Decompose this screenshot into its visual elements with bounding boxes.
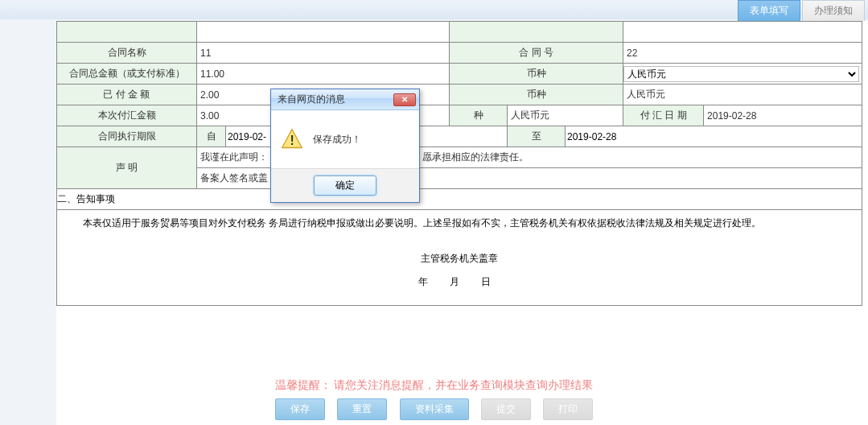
- row-period: 合同执行期限 自 至: [57, 126, 862, 147]
- stamp-area: 主管税务机关盖章: [57, 236, 862, 270]
- label-paid-amount: 已 付 金 额: [57, 85, 197, 105]
- label-contract-name: 合同名称: [57, 43, 197, 64]
- form-area: 合同名称 11 合 同 号 22 合同总金额（或支付标准） 11.00 币种 人…: [56, 21, 868, 425]
- dialog-titlebar[interactable]: 来自网页的消息 ✕: [271, 89, 419, 110]
- close-icon[interactable]: ✕: [393, 93, 416, 106]
- label-total-amount: 合同总金额（或支付标准）: [57, 64, 197, 85]
- label-currency-2: 币种: [450, 85, 623, 105]
- save-button[interactable]: 保存: [275, 398, 325, 420]
- submit-button[interactable]: 提交: [481, 398, 531, 420]
- value-contract-no[interactable]: 22: [623, 43, 862, 64]
- warning-icon: !: [281, 128, 303, 151]
- reset-button[interactable]: 重置: [337, 398, 387, 420]
- input-date-to[interactable]: [566, 130, 847, 144]
- row-this-amount: 本次付汇金额 3.00 种 人民币元 付 汇 日 期 2019-02-28: [57, 105, 862, 126]
- dialog-title-text: 来自网页的消息: [278, 93, 393, 106]
- tab-notice[interactable]: 办理须知: [802, 0, 865, 21]
- dialog-footer: 确定: [271, 168, 419, 202]
- value-currency-1[interactable]: 人民币元: [623, 64, 862, 85]
- value-contract-name[interactable]: 11: [197, 43, 450, 64]
- label-contract-no: 合 同 号: [450, 43, 623, 64]
- svg-text:!: !: [290, 134, 294, 147]
- tip-text: 请您关注消息提醒，并在业务查询模块查询办理结果: [334, 378, 593, 391]
- row-contract-name: 合同名称 11 合 同 号 22: [57, 43, 862, 64]
- label-currency-3: 种: [450, 105, 508, 126]
- bottom-tip: 温馨提醒： 请您关注消息提醒，并在业务查询模块查询办理结果: [0, 378, 868, 393]
- value-total-amount[interactable]: 11.00: [197, 64, 450, 85]
- value-currency-3[interactable]: 人民币元: [508, 105, 623, 126]
- select-currency-1[interactable]: 人民币元: [623, 66, 859, 82]
- ok-button[interactable]: 确定: [314, 175, 376, 196]
- tip-label: 温馨提醒：: [275, 378, 331, 391]
- row-paid-amount: 已 付 金 额 2.00 币种 人民币元: [57, 85, 862, 105]
- button-row: 保存 重置 资料采集 提交 打印: [0, 398, 868, 420]
- label-statement: 声 明: [57, 147, 197, 189]
- label-period: 合同执行期限: [57, 126, 197, 147]
- collect-button[interactable]: 资料采集: [400, 398, 469, 420]
- label-section-2: 二、告知事项: [57, 189, 862, 210]
- row-total-amount: 合同总金额（或支付标准） 11.00 币种 人民币元: [57, 64, 862, 85]
- row-statement: 声 明 我谨在此声明：；愿承担相应的法律责任。: [57, 147, 862, 168]
- print-button[interactable]: 打印: [543, 398, 593, 420]
- dialog-message: 保存成功！: [313, 133, 361, 146]
- header-tabs: 表单填写 办理须知: [738, 0, 865, 21]
- value-to[interactable]: [566, 126, 862, 147]
- date-format: 年 月 日: [57, 270, 862, 305]
- label-to: 至: [508, 126, 566, 147]
- value-currency-2[interactable]: 人民币元: [623, 85, 862, 105]
- form-table: 合同名称 11 合 同 号 22 合同总金额（或支付标准） 11.00 币种 人…: [56, 21, 862, 306]
- alert-dialog: 来自网页的消息 ✕ ! 保存成功！ 确定: [270, 89, 420, 203]
- dialog-body: ! 保存成功！: [271, 110, 419, 168]
- row-section-2: 二、告知事项: [57, 189, 862, 210]
- label-currency-1: 币种: [450, 64, 623, 85]
- label-pay-date: 付 汇 日 期: [623, 105, 704, 126]
- label-this-amount: 本次付汇金额: [57, 105, 197, 126]
- row-notice: 本表仅适用于服务贸易等项目对外支付税务 务局进行纳税申报或做出必要说明。上述呈报…: [57, 210, 862, 306]
- header-bar: 表单填写 办理须知: [0, 0, 868, 19]
- notice-text: 本表仅适用于服务贸易等项目对外支付税务 务局进行纳税申报或做出必要说明。上述呈报…: [57, 210, 862, 236]
- label-from: 自: [197, 126, 226, 147]
- value-pay-date[interactable]: 2019-02-28: [704, 105, 862, 126]
- tab-form-fill[interactable]: 表单填写: [738, 0, 800, 21]
